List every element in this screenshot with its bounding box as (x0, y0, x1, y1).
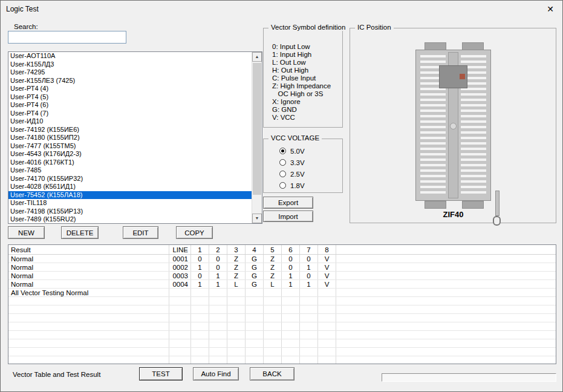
table-cell (227, 297, 246, 305)
table-cell (300, 297, 318, 305)
radio-icon (279, 171, 286, 177)
vcc-option-1.8V[interactable]: 1.8V (279, 180, 305, 191)
copy-button[interactable]: COPY (176, 226, 213, 239)
table-cell (8, 356, 169, 364)
device-list-item[interactable]: User-РТ4 (5) (8, 93, 252, 102)
device-list-item[interactable]: User-74180 (К155ИП2) (8, 134, 252, 142)
back-button[interactable]: BACK (250, 367, 295, 381)
export-button[interactable]: Export (263, 197, 313, 209)
device-list: User-AOT110AUser-К155ЛД3User-74295User-К… (8, 52, 252, 223)
device-list-item[interactable]: User-74192 (К155ИЕ6) (8, 126, 252, 134)
list-scrollbar[interactable]: ▲ ▼ (252, 52, 262, 223)
table-row[interactable] (8, 297, 556, 305)
table-cell (169, 356, 191, 364)
table-cell (282, 356, 300, 364)
import-button[interactable]: Import (263, 211, 313, 222)
device-list-item[interactable]: User-4543 (К176ИД2-3) (8, 150, 252, 158)
table-cell-filler (336, 305, 556, 313)
device-listbox[interactable]: User-AOT110AUser-К155ЛД3User-74295User-К… (8, 51, 262, 224)
device-list-item[interactable]: User-TIL118 (8, 199, 252, 207)
table-row[interactable] (8, 339, 556, 348)
device-list-item[interactable]: User-4028 (К561ИД1) (8, 183, 252, 191)
delete-button[interactable]: DELETE (61, 226, 99, 239)
table-cell: V (318, 263, 336, 271)
table-cell (169, 339, 191, 347)
device-list-item[interactable]: User-75452 (К155ЛА18) (8, 191, 252, 200)
table-cell (8, 322, 169, 330)
device-list-item[interactable]: User-7477 (К155ТМ5) (8, 142, 252, 151)
vector-result-table: ResultLINE12345678Normal000100ZGZ00VNorm… (8, 244, 556, 364)
device-list-item[interactable]: User-К155ЛД3 (8, 60, 252, 69)
table-cell: 0 (282, 263, 300, 271)
ic-position-group-title: IC Position (355, 24, 394, 31)
table-row[interactable]: Normal000210ZGZ01V (8, 263, 556, 272)
table-cell (246, 356, 264, 364)
table-cell: Normal (8, 263, 169, 271)
table-row[interactable] (8, 331, 556, 339)
auto-find-button[interactable]: Auto Find (193, 367, 239, 381)
table-row[interactable]: Normal000411LGL11V (8, 280, 556, 289)
device-list-item[interactable]: User-74170 (К155ИР32) (8, 175, 252, 183)
vcc-option-5.0V[interactable]: 5.0V (279, 145, 305, 157)
vector-symbol-group: Vector Symbol definition 0: Input Low1: … (263, 28, 343, 128)
table-cell (209, 339, 227, 347)
device-list-item[interactable]: User-74295 (8, 68, 252, 77)
device-list-item[interactable]: User-7489 (К155RU2) (8, 215, 252, 223)
table-cell (300, 348, 318, 356)
table-cell (227, 305, 246, 313)
table-cell (318, 339, 336, 347)
device-list-item[interactable]: User-РТ4 (4) (8, 85, 252, 93)
table-cell: 0 (191, 272, 209, 279)
vcc-option-label: 2.5V (290, 171, 305, 178)
new-button[interactable]: NEW (8, 226, 45, 239)
table-row[interactable]: Normal000100ZGZ00V (8, 255, 556, 263)
device-list-item[interactable]: User-РТ4 (7) (8, 109, 252, 118)
table-cell (282, 339, 300, 347)
device-list-item[interactable]: User-К155ЛЕ3 (7425) (8, 77, 252, 85)
test-button[interactable]: TEST (139, 367, 183, 381)
close-icon[interactable]: ✕ (542, 3, 559, 15)
footer-status: Vector Table and Test Result (13, 371, 100, 378)
device-list-item[interactable]: User-РТ4 (6) (8, 101, 252, 109)
zif-tab-bottom-right (462, 201, 484, 209)
table-header-cell: 1 (191, 245, 209, 254)
table-row[interactable] (8, 322, 556, 331)
table-cell: 1 (191, 263, 209, 271)
table-row[interactable] (8, 314, 556, 322)
table-cell (8, 339, 169, 347)
vector-symbol-line: 0: Input Low (272, 43, 331, 51)
scroll-thumb[interactable] (253, 63, 261, 195)
device-list-item[interactable]: User-ИД10 (8, 117, 252, 126)
table-cell: Z (227, 272, 246, 279)
radio-icon (279, 182, 286, 189)
table-cell: G (246, 280, 264, 288)
table-cell (227, 331, 246, 339)
device-list-item[interactable]: User-7485 (8, 166, 252, 175)
table-header-cell: 3 (227, 245, 246, 254)
vcc-voltage-group: VCC VOLTAGE 5.0V3.3V2.5V1.8V (263, 139, 343, 193)
edit-button[interactable]: EDIT (123, 226, 158, 239)
table-row[interactable] (8, 305, 556, 314)
device-list-item[interactable]: User-AOT110A (8, 52, 252, 60)
search-input[interactable] (8, 31, 126, 44)
table-cell (300, 289, 318, 296)
table-header-cell: 2 (209, 245, 227, 254)
table-cell: 0 (300, 272, 318, 279)
device-list-item[interactable]: User-4016 (К176КТ1) (8, 158, 252, 167)
table-row[interactable]: All Vector Testing Normal (8, 289, 556, 297)
table-cell: V (318, 255, 336, 263)
scroll-down-icon[interactable]: ▼ (252, 214, 262, 223)
vcc-option-2.5V[interactable]: 2.5V (279, 168, 305, 180)
table-cell (209, 289, 227, 296)
socket-label: ZIF40 (415, 210, 491, 219)
vcc-option-3.3V[interactable]: 3.3V (279, 157, 305, 168)
vector-symbol-line: C: Pulse Input (272, 74, 331, 82)
vector-symbol-line: H: Out High (272, 67, 331, 74)
table-row[interactable] (8, 348, 556, 356)
table-cell: 1 (282, 272, 300, 279)
table-row[interactable] (8, 356, 556, 364)
table-row[interactable]: Normal000301ZGZ10V (8, 272, 556, 280)
vcc-options: 5.0V3.3V2.5V1.8V (279, 145, 305, 191)
scroll-up-icon[interactable]: ▲ (252, 52, 262, 62)
device-list-item[interactable]: User-74198 (К155ИР13) (8, 207, 252, 216)
